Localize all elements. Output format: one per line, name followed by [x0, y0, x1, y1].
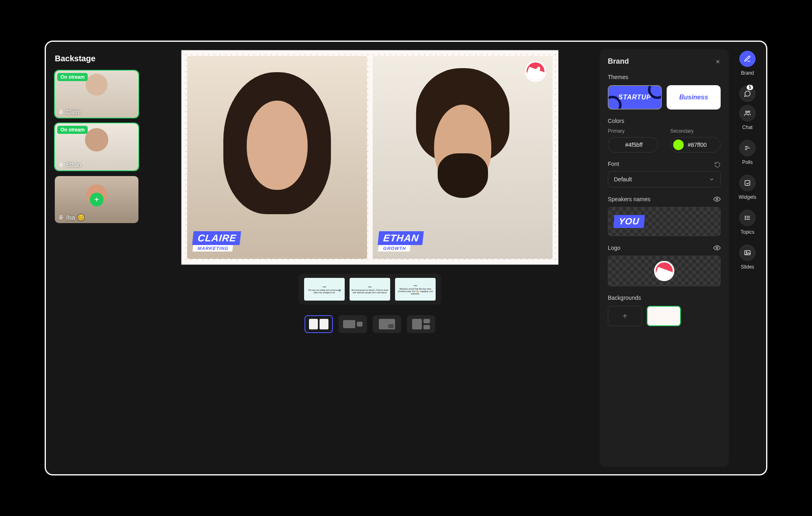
reset-font-button[interactable]: [714, 161, 721, 168]
status-emoji: 😊: [78, 214, 84, 221]
speaker-role: GROWTH: [378, 245, 410, 252]
participant-name: Ethan: [66, 161, 81, 168]
slide-text: The way we create and consume 📹 video ha…: [306, 289, 343, 294]
layout-switcher: [304, 315, 435, 333]
svg-rect-0: [60, 110, 62, 112]
stage-area: CLAIRE MARKETING ETHAN GROWTH 〰️The way …: [139, 42, 600, 474]
svg-point-3: [716, 198, 718, 200]
primary-swatch: [611, 140, 621, 150]
speaker-name: CLAIRE: [192, 231, 241, 245]
widgets-icon: [744, 179, 751, 187]
font-select[interactable]: Default: [608, 171, 721, 187]
backstage-tile-ilsa[interactable]: + Ilsa 😊: [55, 176, 138, 223]
theme-startup-button[interactable]: STARTUP: [608, 85, 662, 110]
on-stream-badge: On stream: [57, 126, 88, 134]
lower-third: ETHAN GROWTH: [378, 231, 423, 252]
add-background-button[interactable]: +: [608, 306, 642, 326]
speaker-tile-claire[interactable]: CLAIRE MARKETING: [187, 56, 367, 259]
secondary-color-button[interactable]: #87ff00: [670, 137, 721, 153]
pencil-icon: [744, 55, 751, 62]
slide-text: Webinars should feel like they were inve…: [397, 288, 434, 295]
list-icon: [744, 214, 751, 221]
avatar: [437, 153, 488, 198]
layout-pip-small-button[interactable]: [339, 315, 367, 333]
participant-name: Claire: [66, 109, 81, 115]
colors-label: Colors: [608, 118, 721, 124]
logo-label: Logo: [608, 245, 620, 251]
rail-brand-button[interactable]: Brand: [739, 51, 756, 76]
rail-label: Polls: [742, 159, 753, 165]
people-icon: [744, 110, 751, 117]
rail-label: Topics: [741, 229, 754, 235]
rail-chat-button[interactable]: 5 Chat: [739, 86, 756, 130]
layout-split-2-button[interactable]: [304, 315, 333, 333]
rail-label: Brand: [741, 70, 754, 76]
eye-icon: [713, 196, 721, 203]
speakers-names-label: Speakers names: [608, 196, 650, 202]
layout-pip-corner-button[interactable]: [373, 315, 401, 333]
slide-thumb[interactable]: 〰️But businesses 🗂 haven't. They're stuc…: [350, 278, 390, 301]
mic-icon: [58, 109, 64, 115]
right-rail: Brand 5 Chat Polls Widgets: [729, 42, 766, 474]
rail-slides-button[interactable]: Slides: [739, 245, 756, 270]
slide-text: But businesses 🗂 haven't. They're stuck …: [351, 289, 389, 294]
stage-canvas[interactable]: CLAIRE MARKETING ETHAN GROWTH: [181, 50, 559, 265]
svg-point-5: [746, 111, 748, 113]
lower-third: CLAIRE MARKETING: [193, 231, 240, 252]
theme-business-button[interactable]: Business: [667, 85, 721, 110]
stage-logo: [525, 61, 546, 82]
svg-point-4: [716, 247, 718, 249]
slide-thumb[interactable]: 〰️Webinars should feel like they were in…: [395, 278, 436, 301]
chevron-down-icon: [709, 176, 715, 182]
mic-icon: [58, 162, 64, 168]
rail-widgets-button[interactable]: Widgets: [739, 175, 756, 200]
brand-panel: Brand Themes STARTUP Business Colors Pri…: [600, 49, 729, 467]
svg-rect-2: [60, 215, 62, 218]
backstage-panel: Backstage On stream Claire On stream Eth…: [46, 42, 139, 474]
rail-label: Chat: [742, 125, 752, 130]
slide-thumb[interactable]: 〰️The way we create and consume 📹 video …: [304, 278, 345, 301]
add-to-stream-button[interactable]: +: [90, 193, 104, 206]
close-panel-button[interactable]: [715, 59, 721, 64]
font-value: Default: [614, 176, 632, 183]
font-label: Font: [608, 161, 619, 167]
background-option[interactable]: [647, 306, 681, 326]
undo-icon: [714, 161, 721, 168]
svg-point-8: [745, 216, 746, 217]
speaker-tile-ethan[interactable]: ETHAN GROWTH: [373, 56, 553, 259]
close-icon: [715, 59, 721, 64]
mic-icon: [58, 215, 64, 220]
on-stream-badge: On stream: [57, 73, 88, 81]
avatar: [187, 56, 367, 259]
toggle-visibility-button[interactable]: [713, 244, 721, 252]
app-window: Backstage On stream Claire On stream Eth…: [45, 41, 767, 475]
backgrounds-label: Backgrounds: [608, 295, 721, 301]
slide-thumbnails: 〰️The way we create and consume 📹 video …: [298, 274, 441, 305]
polls-icon: [744, 144, 751, 152]
speaker-name: ETHAN: [378, 231, 423, 245]
secondary-swatch: [673, 140, 684, 150]
backstage-tile-ethan[interactable]: On stream Ethan: [55, 123, 138, 170]
theme-label: STARTUP: [618, 94, 651, 101]
svg-point-12: [746, 252, 747, 252]
rail-polls-button[interactable]: Polls: [739, 140, 756, 165]
svg-point-10: [745, 219, 746, 220]
primary-color-button[interactable]: #4f5bff: [608, 137, 658, 153]
toggle-visibility-button[interactable]: [713, 196, 721, 203]
participant-name: Ilsa: [66, 214, 75, 221]
rail-label: Widgets: [739, 194, 756, 200]
secondary-hex: #87ff00: [688, 142, 706, 148]
backstage-tile-claire[interactable]: On stream Claire: [55, 71, 138, 118]
rail-topics-button[interactable]: Topics: [739, 210, 756, 235]
layout-grid-3-button[interactable]: [407, 315, 435, 333]
svg-rect-7: [745, 181, 750, 185]
watermelon-logo-icon: [654, 261, 674, 281]
logo-preview[interactable]: [608, 256, 721, 286]
eye-icon: [713, 244, 721, 252]
speaker-name-preview[interactable]: YOU: [608, 207, 721, 236]
speaker-role: MARKETING: [192, 245, 233, 252]
image-icon: [744, 249, 751, 256]
chat-icon: [744, 90, 751, 97]
secondary-label: Secondary: [670, 128, 721, 134]
themes-label: Themes: [608, 74, 721, 80]
